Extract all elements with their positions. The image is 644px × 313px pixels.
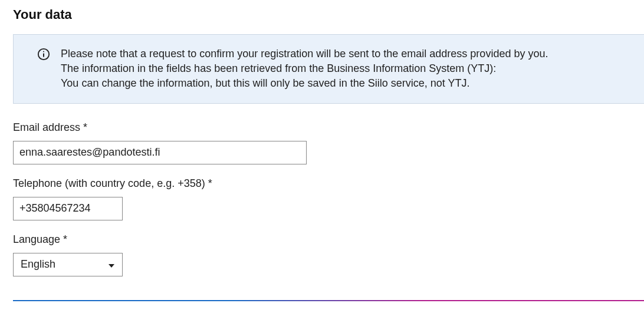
info-line-1: Please note that a request to confirm yo… — [61, 47, 548, 61]
telephone-field[interactable] — [13, 197, 123, 220]
info-line-3: You can change the information, but this… — [61, 76, 548, 91]
email-label: Email address * — [13, 121, 644, 134]
language-select[interactable]: English — [13, 253, 123, 276]
info-notice: Please note that a request to confirm yo… — [13, 34, 644, 104]
email-field[interactable] — [13, 141, 307, 164]
info-text: Please note that a request to confirm yo… — [61, 47, 548, 91]
telephone-label: Telephone (with country code, e.g. +358)… — [13, 177, 644, 190]
info-icon — [37, 48, 50, 61]
section-title: Your data — [13, 7, 644, 22]
language-label: Language * — [13, 233, 644, 246]
language-selected-value: English — [21, 258, 55, 270]
divider — [13, 300, 644, 301]
info-line-2: The information in the fields has been r… — [61, 61, 548, 76]
svg-point-2 — [43, 51, 44, 52]
